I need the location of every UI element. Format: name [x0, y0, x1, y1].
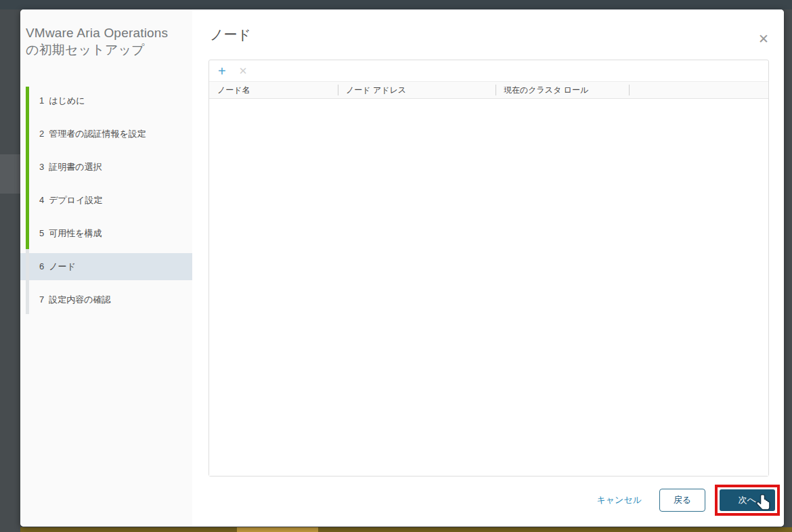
setup-wizard-dialog: VMware Aria Operations の初期セットアップ 1 はじめに …: [20, 9, 784, 527]
step-label: 可用性を構成: [49, 227, 102, 240]
step-item-5[interactable]: 5 可用性を構成: [20, 217, 192, 250]
annotation-highlight-box: 次へ: [715, 485, 780, 516]
column-header-node-address[interactable]: ノード アドレス: [338, 82, 496, 98]
wizard-steps: 1 はじめに 2 管理者の認証情報を設定 3 証明書の選択 4 デプロイ設定 5…: [20, 84, 192, 316]
next-button[interactable]: 次へ: [720, 489, 775, 511]
step-label: 管理者の認証情報を設定: [49, 128, 146, 140]
step-label: 設定内容の確認: [49, 294, 110, 306]
wizard-content: ノード ✕ + ✕ ノード名 ノード アドレス 現在のクラスタ ロール キャンセ…: [192, 9, 784, 527]
desktop-background-bottom-bar-gold: [237, 527, 318, 532]
column-header-node-name[interactable]: ノード名: [209, 82, 338, 98]
datagrid-header-row: ノード名 ノード アドレス 現在のクラスタ ロール: [209, 81, 768, 99]
back-button[interactable]: 戻る: [659, 489, 705, 512]
step-label: デプロイ設定: [49, 194, 102, 206]
page-title: ノード: [210, 26, 251, 44]
column-header-cluster-role[interactable]: 現在のクラスタ ロール: [496, 82, 629, 98]
desktop-background-bottom-bar: [20, 527, 792, 532]
cancel-button[interactable]: キャンセル: [596, 494, 642, 506]
add-node-icon[interactable]: +: [218, 64, 226, 78]
step-label: 証明書の選択: [49, 161, 102, 173]
datagrid-toolbar: + ✕: [209, 60, 768, 81]
step-number: 5: [39, 228, 44, 238]
step-number: 3: [39, 162, 44, 172]
step-item-2[interactable]: 2 管理者の認証情報を設定: [20, 117, 192, 150]
step-number: 7: [39, 294, 44, 305]
desktop-background-patch: [0, 154, 20, 194]
wizard-sidebar: VMware Aria Operations の初期セットアップ 1 はじめに …: [20, 9, 192, 527]
nodes-datagrid: + ✕ ノード名 ノード アドレス 現在のクラスタ ロール: [208, 60, 769, 476]
step-number: 1: [39, 95, 44, 106]
step-item-4[interactable]: 4 デプロイ設定: [20, 183, 192, 217]
step-label: はじめに: [49, 95, 85, 107]
wizard-title: VMware Aria Operations の初期セットアップ: [26, 24, 175, 58]
remove-node-icon[interactable]: ✕: [239, 66, 248, 76]
step-item-6-active[interactable]: 6 ノード: [20, 253, 192, 280]
close-icon[interactable]: ✕: [758, 32, 769, 45]
wizard-footer: キャンセル 戻る 次へ: [596, 485, 780, 516]
step-number: 2: [39, 129, 44, 139]
step-item-3[interactable]: 3 証明書の選択: [20, 150, 192, 183]
step-number: 6: [39, 261, 44, 271]
steps-progress-bar-completed: [26, 87, 29, 249]
column-header-empty: [629, 82, 768, 98]
datagrid-empty-body: [209, 99, 768, 476]
step-label: ノード: [49, 261, 76, 273]
step-item-7[interactable]: 7 設定内容の確認: [20, 283, 192, 316]
step-item-1[interactable]: 1 はじめに: [20, 84, 192, 117]
steps-progress-bar-remaining: [26, 249, 29, 314]
step-number: 4: [39, 195, 44, 205]
desktop-background-top: [0, 0, 792, 9]
